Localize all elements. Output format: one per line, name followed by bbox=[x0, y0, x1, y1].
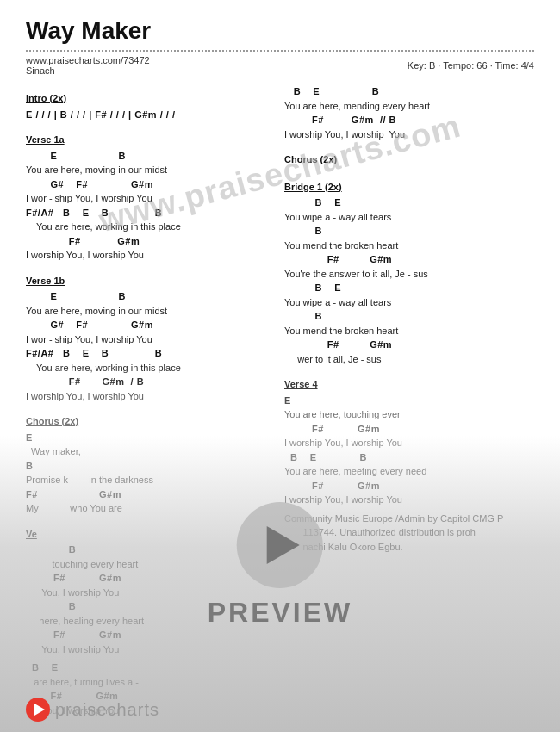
chord-line: G# F# G#m bbox=[26, 318, 276, 332]
spacer bbox=[284, 141, 534, 146]
artist: Sinach bbox=[26, 65, 55, 76]
footer-play-icon bbox=[34, 704, 45, 716]
lyric-line: You wipe a - way all tears bbox=[284, 295, 534, 310]
chord-line: E / / / | B / / / | F# / / / | G#m / / / bbox=[26, 108, 276, 122]
section-label: Chorus (2x) bbox=[284, 152, 534, 167]
lyric-line: You wipe a - way all tears bbox=[284, 210, 534, 225]
lyric-line: You are here, moving in our midst bbox=[26, 304, 276, 319]
spacer bbox=[26, 263, 276, 267]
chord-line: B bbox=[284, 224, 534, 239]
chord-line: F# G#m bbox=[26, 234, 276, 249]
chord-line: B E bbox=[284, 281, 534, 295]
lyric-line: You are here, mending every heart bbox=[284, 99, 534, 114]
footer: praisecharts bbox=[26, 698, 159, 722]
key-info: Key: B · Tempo: 66 · Time: 4/4 bbox=[408, 60, 534, 71]
lyric-line: You mend the broken heart bbox=[284, 239, 534, 253]
footer-logo[interactable] bbox=[26, 698, 50, 722]
chord-line: F# G#m bbox=[284, 338, 534, 352]
lyric-line: I worship You, I worship You bbox=[284, 127, 534, 142]
lyric-line: You are here, moving in our midst bbox=[26, 163, 276, 177]
spacer bbox=[284, 169, 534, 173]
chord-line: F# G#m // B bbox=[284, 113, 534, 127]
section-label: Verse 1a bbox=[26, 133, 276, 147]
lyric-line: I wor - ship You, I worship You bbox=[26, 332, 276, 347]
section-label: Verse 1b bbox=[26, 274, 276, 288]
lyric-line: I wor - ship You, I worship You bbox=[26, 191, 276, 206]
page: Way Maker www.praisecharts.com/73472 Sin… bbox=[0, 0, 560, 732]
preview-label: PREVIEW bbox=[208, 597, 353, 629]
play-circle[interactable] bbox=[237, 502, 323, 588]
chord-line: G# F# G#m bbox=[26, 177, 276, 192]
divider bbox=[26, 50, 534, 52]
chord-line: F#/A# B E B B bbox=[26, 346, 276, 361]
section-label: Intro (2x) bbox=[26, 91, 276, 106]
section-label: Bridge 1 (2x) bbox=[284, 180, 534, 195]
lyric-line: You mend the broken heart bbox=[284, 324, 534, 338]
spacer bbox=[26, 121, 276, 126]
chord-line: B bbox=[284, 309, 534, 324]
chord-line: B E bbox=[284, 195, 534, 210]
meta-row: www.praisecharts.com/73472 Sinach Key: B… bbox=[26, 55, 534, 76]
lyric-line: You are here, working in this place bbox=[26, 220, 276, 234]
song-title: Way Maker bbox=[26, 17, 534, 45]
lyric-line: I worship You, I worship You bbox=[26, 248, 276, 263]
meta-left: www.praisecharts.com/73472 Sinach bbox=[26, 55, 150, 76]
lyric-line: You're the answer to it all, Je - sus bbox=[284, 267, 534, 282]
chord-line: F#/A# B E B B bbox=[26, 206, 276, 220]
chord-line: B E B bbox=[284, 84, 534, 99]
chord-line: F# G#m bbox=[284, 252, 534, 267]
preview-box[interactable]: PREVIEW bbox=[208, 502, 353, 629]
play-icon bbox=[267, 526, 300, 564]
footer-brand-name: praisecharts bbox=[55, 700, 159, 720]
chord-line: E B bbox=[26, 149, 276, 164]
url: www.praisecharts.com/73472 bbox=[26, 55, 150, 65]
chord-line: E B bbox=[26, 289, 276, 304]
